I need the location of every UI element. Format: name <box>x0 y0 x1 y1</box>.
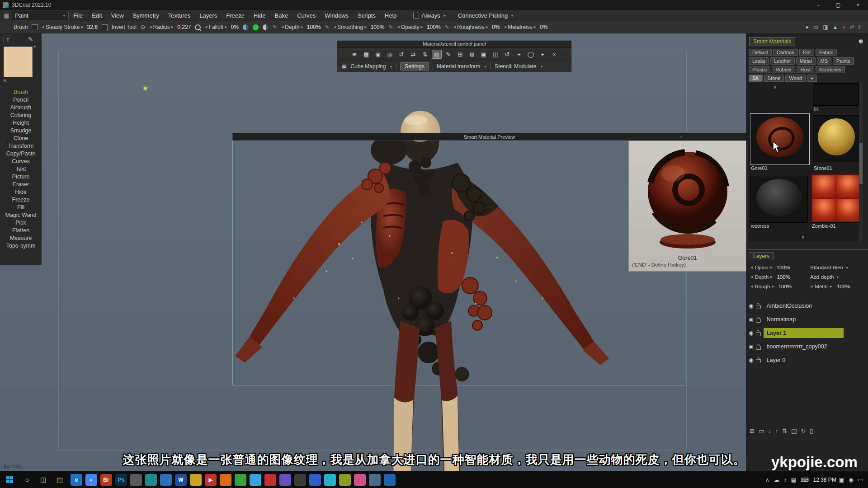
taskbar-app-pink[interactable] <box>354 474 366 486</box>
tool-smudge[interactable]: Smudge <box>0 127 42 135</box>
tool-copy-paste[interactable]: Copy/Paste <box>0 150 42 158</box>
radius-value[interactable]: 0.227 <box>177 24 191 30</box>
decrement-icon[interactable]: ◀ <box>205 25 207 29</box>
decrement-icon[interactable]: ◀ <box>42 25 44 29</box>
tool-airbrush[interactable]: Airbrush <box>0 104 42 112</box>
toolbar-red-sphere-icon[interactable]: ● <box>842 24 845 30</box>
taskbar-app-blue3[interactable] <box>384 474 396 486</box>
fp-eye-icon[interactable]: ◉ <box>373 50 383 59</box>
layer-row-normalmap[interactable]: ◉ Normalmap <box>749 314 862 325</box>
lock-icon[interactable] <box>756 305 761 309</box>
decrement-icon[interactable]: ◀ <box>397 25 399 29</box>
tool-topo-symm[interactable]: Topo-symm <box>0 242 42 250</box>
taskbar-app-orange[interactable] <box>220 474 231 486</box>
sm-tab-+[interactable]: + <box>807 75 817 82</box>
tray-tray-keyboard-icon[interactable]: ⌨ <box>801 477 808 483</box>
menu-freeze[interactable]: Freeze <box>222 12 249 19</box>
materials-scrollbar[interactable] <box>859 82 863 241</box>
steady-stroke-value[interactable]: 32.6 <box>87 24 98 30</box>
color-a-icon[interactable] <box>243 24 249 30</box>
sm-tab-default[interactable]: Default <box>749 49 772 56</box>
increment-icon[interactable]: ▶ <box>301 25 303 29</box>
sm-tab-rubber[interactable]: Rubber <box>772 66 795 73</box>
smoothing-value[interactable]: 100% <box>371 24 385 30</box>
toolbar-terrain-icon[interactable]: ▲ <box>833 24 838 30</box>
fp-undo-icon[interactable]: ↺ <box>502 50 512 59</box>
tool-coloring[interactable]: Coloring <box>0 112 42 119</box>
steady-stroke-spinner[interactable]: ◀ Steady Stroke ▶ 32.6 <box>42 24 98 30</box>
increment-icon[interactable]: ▶ <box>486 25 488 29</box>
layers-new-layer-icon[interactable]: ⊞ <box>750 427 755 434</box>
taskbar-app-green[interactable] <box>235 474 246 486</box>
increment-icon[interactable]: ▶ <box>171 25 174 29</box>
taskbar-app-dark[interactable] <box>294 474 306 486</box>
pen-icon[interactable]: ✎ <box>325 24 329 30</box>
tool-pencil[interactable]: Pencil <box>0 96 42 104</box>
sm-tab-stone[interactable]: Stone <box>764 75 784 82</box>
tool-brush[interactable]: Brush <box>0 89 42 96</box>
tool-curves[interactable]: Curves <box>0 158 42 165</box>
taskbar-app-olive[interactable] <box>339 474 351 486</box>
maximize-button[interactable]: ▢ <box>828 0 848 10</box>
tool-flatten[interactable]: Flatten <box>0 227 42 235</box>
layers-panel-tab[interactable]: Layers <box>749 252 774 260</box>
toolbar-display-icon[interactable]: ▭ <box>813 24 818 30</box>
taskbar-app-red[interactable] <box>264 474 276 486</box>
metalness-spinner[interactable]: ◀ Metalness ▶ 0% <box>504 24 548 30</box>
tray-tray-volume-icon[interactable]: ♪ <box>784 477 787 483</box>
menu-hide[interactable]: Hide <box>249 12 270 19</box>
opacity-spinner[interactable]: ◀ Opacity ▶ 100% <box>397 24 440 30</box>
sm-tab-rust[interactable]: Rust <box>797 66 814 73</box>
sm-tab-sk[interactable]: SK <box>749 75 763 82</box>
sm-tab-wood[interactable]: Wood <box>785 75 806 82</box>
layer-row-boomer-copy002[interactable]: ◉ boomerrrrrrrrrr_copy002 <box>749 341 862 352</box>
tool-eraser[interactable]: Eraser <box>0 181 42 188</box>
decrement-icon[interactable]: ◀ <box>281 25 283 29</box>
decrement-icon[interactable]: ◀ <box>750 285 753 288</box>
taskbar-app-blue2[interactable] <box>309 474 321 486</box>
roughness-value[interactable]: 0% <box>492 24 500 30</box>
layers-export-icon[interactable]: ↑ <box>775 427 778 434</box>
material-tile-01[interactable] <box>813 83 859 106</box>
fp-stencil-active-icon[interactable]: ▨ <box>432 50 442 59</box>
metalness-value[interactable]: 0% <box>540 24 547 30</box>
brush-tip-icon[interactable]: ⊙ <box>141 24 145 30</box>
layers-refresh-icon[interactable]: ↻ <box>801 427 806 434</box>
fp-lattice-dense-icon[interactable]: ⊠ <box>467 50 477 59</box>
material-tile-gore01[interactable] <box>750 113 810 165</box>
layers-trash-icon[interactable]: ▯ <box>810 427 813 434</box>
decrement-icon[interactable]: ◀ <box>453 25 456 29</box>
room-select[interactable]: Paint ▼ <box>12 11 69 20</box>
tool-clone[interactable]: Clone <box>0 135 42 142</box>
layer-row-ambientocclusion[interactable]: ◉ AmbientOcclusion <box>749 300 862 312</box>
layers-sort-icon[interactable]: ⇅ <box>782 427 787 434</box>
taskbar-app-gold[interactable] <box>190 474 202 486</box>
tool-text[interactable]: Text <box>0 165 42 173</box>
radius-spinner[interactable]: ◀ Radius ▶ 0.227 <box>149 24 191 30</box>
invert-tool-checkbox[interactable] <box>102 24 108 30</box>
menu-edit[interactable]: Edit <box>87 12 106 19</box>
taskbar-edge-browser[interactable]: e <box>71 474 82 486</box>
taskbar-brave-browser[interactable]: Br <box>100 474 112 486</box>
layer-row-layer-1[interactable]: ◉ Layer 1 <box>749 327 862 339</box>
lock-icon[interactable] <box>756 359 761 363</box>
tray-tray-shield-icon[interactable]: ◉ <box>849 477 853 483</box>
material-tile-stone01[interactable] <box>813 115 860 162</box>
increment-icon[interactable]: ▶ <box>830 285 832 288</box>
picking-group[interactable]: Connective Picking ▼ <box>458 12 514 19</box>
taskbar-word[interactable]: W <box>175 474 187 486</box>
visibility-eye-icon[interactable]: ◉ <box>749 330 753 336</box>
decrement-icon[interactable]: ◀ <box>149 25 151 29</box>
scroll-down-icon[interactable]: ∨ <box>801 234 805 240</box>
fp-flip-icon[interactable]: ⇅ <box>420 50 430 59</box>
add-depth-select[interactable]: Add depth <box>810 274 834 280</box>
pen-icon[interactable]: ✎ <box>388 24 393 30</box>
sm-tab-leaks[interactable]: Leaks <box>749 57 769 65</box>
color-active-icon[interactable] <box>253 24 259 30</box>
layer-name[interactable]: boomerrrrrrrrrr_copy002 <box>764 342 844 352</box>
taskbar-app-cyan[interactable] <box>324 474 336 486</box>
pin-icon[interactable]: ▪ <box>680 135 682 139</box>
menu-symmetry[interactable]: Symmetry <box>128 12 164 19</box>
tool-measure[interactable]: Measure <box>0 235 42 242</box>
taskbar-app-teal[interactable] <box>145 474 157 486</box>
